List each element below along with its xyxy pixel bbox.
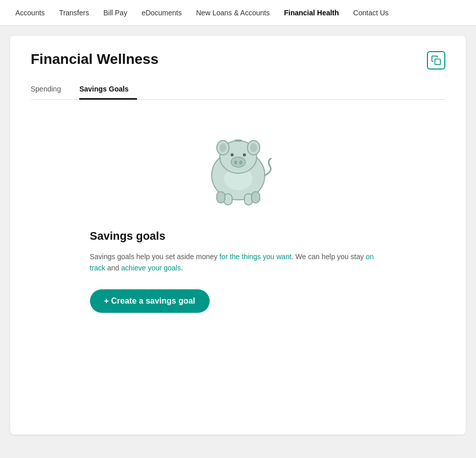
nav-bill-pay[interactable]: Bill Pay: [96, 0, 134, 26]
svg-point-11: [231, 157, 245, 167]
nav-transfers[interactable]: Transfers: [52, 0, 97, 26]
svg-rect-16: [217, 192, 225, 203]
piggy-bank-svg: [197, 130, 279, 212]
navbar: Accounts Transfers Bill Pay eDocuments N…: [0, 0, 476, 26]
reports-icon-button[interactable]: [427, 51, 445, 70]
savings-goals-description: Savings goals help you set aside money f…: [90, 251, 387, 274]
nav-contact-us[interactable]: Contact Us: [346, 0, 396, 26]
svg-point-12: [234, 161, 237, 165]
piggy-bank-illustration: [197, 130, 279, 214]
nav-new-loans[interactable]: New Loans & Accounts: [189, 0, 277, 26]
create-savings-goal-button[interactable]: + Create a savings goal: [90, 289, 210, 313]
content-area: Savings goals Savings goals help you set…: [31, 100, 445, 313]
main-card: Financial Wellness Spending Savings Goal…: [10, 36, 466, 434]
tabs-container: Spending Savings Goals: [31, 80, 445, 100]
svg-rect-17: [252, 192, 260, 203]
svg-point-10: [243, 153, 246, 156]
nav-financial-health[interactable]: Financial Health: [277, 0, 346, 26]
savings-goals-title: Savings goals: [90, 230, 387, 243]
svg-point-5: [219, 143, 226, 152]
savings-text-block: Savings goals Savings goals help you set…: [90, 230, 387, 313]
tab-savings-goals[interactable]: Savings Goals: [79, 80, 137, 100]
nav-accounts[interactable]: Accounts: [8, 0, 52, 26]
card-header: Financial Wellness: [31, 51, 445, 70]
svg-rect-8: [235, 140, 242, 142]
tab-spending[interactable]: Spending: [31, 80, 69, 100]
copy-icon: [431, 55, 441, 65]
page-wrapper: Financial Wellness Spending Savings Goal…: [0, 26, 476, 445]
page-title: Financial Wellness: [31, 51, 158, 67]
svg-point-7: [250, 143, 257, 152]
nav-edocuments[interactable]: eDocuments: [134, 0, 189, 26]
svg-rect-0: [435, 59, 441, 65]
svg-point-13: [239, 161, 242, 165]
svg-point-9: [231, 153, 234, 156]
